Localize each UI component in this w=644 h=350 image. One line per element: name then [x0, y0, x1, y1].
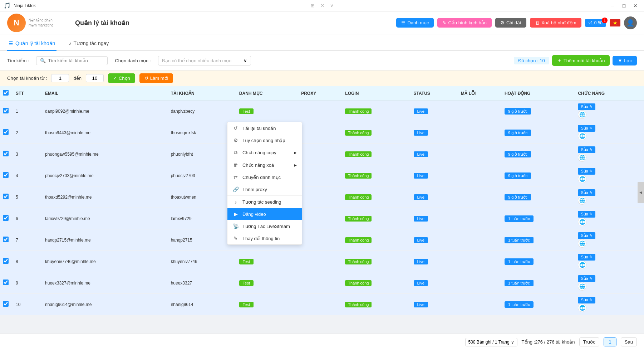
cell-email: danpl9092@minhle.me [42, 101, 168, 122]
search-input[interactable] [48, 58, 104, 63]
edit-button[interactable]: Sửa ✎ [578, 125, 595, 132]
cell-status: Live [411, 144, 458, 165]
row-checkbox[interactable] [3, 108, 9, 113]
edit-button[interactable]: Sửa ✎ [578, 297, 595, 303]
context-item-tuy-chon[interactable]: ⚙ Tuỳ chọn đăng nhập [227, 134, 302, 146]
edit-button[interactable]: Sửa ✎ [578, 189, 595, 196]
table-wrapper[interactable]: STT EMAIL TÀI KHOẢN DANH MỤC PROXY LOGIN… [0, 86, 644, 334]
main-layout: Tìm kiếm : 🔍 Chọn danh mục : Bạn có thể … [0, 51, 644, 350]
choose-button[interactable]: ✓ Chọn [108, 73, 135, 83]
row-checkbox[interactable] [3, 215, 9, 221]
edit-button[interactable]: Sửa ✎ [578, 168, 595, 175]
cell-activity: 9 giờ trước [502, 165, 575, 186]
cell-account: thoaxutwmen [168, 186, 236, 208]
cell-actions: Sửa ✎ 🌐 [575, 186, 644, 208]
cell-status: Live [411, 208, 458, 229]
context-item-tuong-tac-livestream[interactable]: 📡 Tương Tác LiveStream [227, 220, 302, 232]
chrome-button[interactable]: 🌐 [578, 282, 586, 291]
right-panel-toggle[interactable] [638, 182, 644, 203]
context-item-icon: 🗑 [232, 162, 239, 168]
context-item-dang-video[interactable]: ▶ Đăng video [227, 208, 302, 220]
total-records: Tổng :276 / 276 tài khoản [522, 339, 575, 345]
chrome-button[interactable]: 🌐 [578, 196, 586, 205]
chrome-button[interactable]: 🌐 [578, 239, 586, 248]
xoa-bo-button[interactable]: 🗑 Xoá bộ nhớ đệm [530, 18, 581, 28]
close-button[interactable]: ✕ [630, 2, 640, 10]
tab-quan-ly[interactable]: ☰ Quản lý tài khoản [7, 37, 56, 51]
edit-button[interactable]: Sửa ✎ [578, 103, 595, 110]
context-item-icon: ♪ [232, 199, 239, 205]
cell-proxy [298, 122, 342, 144]
search-box: 🔍 [36, 56, 108, 65]
chrome-button[interactable]: 🌐 [578, 153, 586, 162]
row-checkbox[interactable] [3, 129, 9, 135]
nav-tabs: ☰ Quản lý tài khoản ♪ Tương tác ngay [0, 34, 644, 51]
context-item-chuyen[interactable]: ⇄ Chuyển danh mục [227, 171, 302, 183]
page-size-select[interactable]: 500 Bản ghi / 1 Trang ∨ [465, 338, 517, 346]
page-number-input[interactable] [604, 337, 616, 346]
row-checkbox[interactable] [3, 151, 9, 156]
cai-dat-button[interactable]: ⚙ Cài đặt [495, 18, 526, 28]
context-item-copy[interactable]: ⧉ Chức năng copy ▶ [227, 146, 302, 159]
chrome-button[interactable]: 🌐 [578, 261, 586, 269]
chrome-button[interactable]: 🌐 [578, 110, 586, 119]
chrome-button[interactable]: 🌐 [578, 218, 586, 226]
cell-status: Live [411, 229, 458, 251]
toolbar-right: Đã chọn : 10 ＋ Thêm mới tài khoản ▼ Lọc [514, 55, 637, 66]
row-checkbox[interactable] [3, 194, 9, 199]
list-icon: ☰ [9, 40, 13, 46]
prev-page-button[interactable]: Trước [579, 337, 599, 346]
add-account-button[interactable]: ＋ Thêm mới tài khoản [552, 55, 610, 66]
context-item-label: Thêm proxy [242, 187, 267, 192]
select-all-checkbox[interactable] [3, 90, 9, 96]
cell-account: hueex3327 [168, 272, 236, 294]
cell-category: Test [236, 101, 298, 122]
cau-hinh-button[interactable]: ✎ Cấu hình kịch bản [437, 18, 491, 28]
cell-stt: 4 [13, 165, 42, 186]
row-checkbox[interactable] [3, 301, 9, 307]
search-icon: 🔍 [40, 58, 46, 63]
chrome-button[interactable]: 🌐 [578, 132, 586, 140]
context-item-thay-doi[interactable]: ✎ Thay đổi thông tin [227, 232, 302, 244]
edit-button[interactable]: Sửa ✎ [578, 275, 595, 282]
edit-button[interactable]: Sửa ✎ [578, 232, 595, 239]
danh-muc-button[interactable]: ☰ Danh mục [396, 18, 434, 28]
category-select[interactable]: Bạn có thể chọn nhiều danh mục ∨ [158, 56, 251, 65]
col-stt: STT [13, 86, 42, 101]
context-item-them-proxy[interactable]: 🔗 Thêm proxy [227, 183, 302, 195]
row-checkbox[interactable] [3, 237, 9, 242]
chrome-button[interactable]: 🌐 [578, 175, 586, 183]
context-item-xoa[interactable]: 🗑 Chức năng xoá ▶ [227, 159, 302, 171]
table-row: 10 nhanig9614@minhle.me nhanig9614 Test … [0, 294, 644, 315]
select-row: Chọn tài khoản từ : đến ✓ Chọn ↺ Làm mới [0, 71, 644, 86]
restore-button[interactable]: □ [619, 2, 629, 10]
edit-button[interactable]: Sửa ✎ [578, 146, 595, 153]
context-item-label: Tương Tác LiveStream [242, 224, 290, 229]
select-to-input[interactable] [86, 74, 104, 82]
context-item-tuong-tac-seeding[interactable]: ♪ Tương tác seeding [227, 196, 302, 208]
context-item-icon: ▶ [232, 211, 239, 217]
edit-button[interactable]: Sửa ✎ [578, 254, 595, 261]
col-status: STATUS [411, 86, 458, 101]
chrome-button[interactable]: 🌐 [578, 303, 586, 312]
avatar[interactable]: 👤 [624, 16, 637, 29]
next-page-button[interactable]: Sau [621, 337, 637, 346]
filter-button[interactable]: ▼ Lọc [613, 56, 637, 65]
cell-error [458, 165, 502, 186]
row-checkbox[interactable] [3, 172, 9, 178]
cell-email: thosm9443@minhle.me [42, 122, 168, 144]
select-from-input[interactable] [51, 74, 69, 82]
cell-email: nhanig9614@minhle.me [42, 294, 168, 315]
row-checkbox[interactable] [3, 258, 9, 264]
minimize-button[interactable]: ─ [608, 2, 618, 10]
edit-button[interactable]: Sửa ✎ [578, 211, 595, 218]
context-item-tai-lai[interactable]: ↺ Tải lại tài khoản [227, 122, 302, 134]
cau-hinh-icon: ✎ [442, 20, 446, 25]
context-item-label: Thay đổi thông tin [242, 236, 280, 241]
cell-error [458, 101, 502, 122]
row-checkbox[interactable] [3, 279, 9, 285]
cell-stt: 6 [13, 208, 42, 229]
tab-tuong-tac[interactable]: ♪ Tương tác ngay [67, 37, 110, 51]
language-flag[interactable] [610, 19, 620, 26]
reset-button[interactable]: ↺ Làm mới [139, 73, 173, 83]
